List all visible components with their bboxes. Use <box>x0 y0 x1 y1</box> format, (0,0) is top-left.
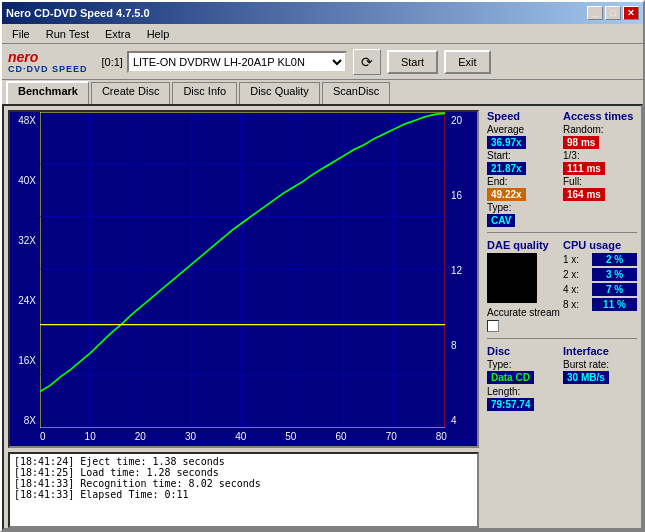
log-line-3: [18:41:33] Recognition time: 8.02 second… <box>14 478 473 489</box>
nero-brand-top: nero <box>8 50 88 64</box>
accurate-stream-label: Accurate stream <box>487 307 560 318</box>
x-label-80: 80 <box>436 431 447 442</box>
start-row: Start: <box>487 150 561 161</box>
menu-help[interactable]: Help <box>141 26 176 42</box>
speed-access-row: Speed Average 36.97x Start: 21.87x End: <box>487 110 637 226</box>
x-label-20: 20 <box>135 431 146 442</box>
x-label-30: 30 <box>185 431 196 442</box>
y-label-r-12: 12 <box>451 266 462 276</box>
end-row: End: <box>487 176 561 187</box>
disc-section: Disc Type: Data CD Length: 79:57.74 <box>487 345 561 410</box>
disc-interface-row: Disc Type: Data CD Length: 79:57.74 <box>487 345 637 410</box>
y-label-r-20: 20 <box>451 116 462 126</box>
cpu-4x-value: 7 % <box>592 283 637 296</box>
dae-cpu-row: DAE quality Accurate stream CPU usage 1 … <box>487 239 637 332</box>
speed-title: Speed <box>487 110 561 122</box>
y-label-r-4: 4 <box>451 416 457 426</box>
access-times-title: Access times <box>563 110 637 122</box>
nero-brand-bottom: CD·DVD SPEED <box>8 64 88 74</box>
interface-section: Interface Burst rate: 30 MB/s <box>563 345 637 410</box>
log-line-1: [18:41:24] Eject time: 1.38 seconds <box>14 456 473 467</box>
y-axis-left: 48X 40X 32X 24X 16X 8X <box>10 116 40 426</box>
y-label-24x: 24X <box>18 296 36 306</box>
minimize-button[interactable]: _ <box>587 6 603 20</box>
title-bar-buttons: _ □ ✕ <box>587 6 639 20</box>
x-label-10: 10 <box>85 431 96 442</box>
average-value: 36.97x <box>487 136 526 149</box>
tabs-bar: Benchmark Create Disc Disc Info Disc Qua… <box>2 80 643 104</box>
y-label-r-8: 8 <box>451 341 457 351</box>
full-label: Full: <box>563 176 582 187</box>
start-label: Start: <box>487 150 511 161</box>
log-area[interactable]: [18:41:24] Eject time: 1.38 seconds [18:… <box>8 452 479 528</box>
exit-button[interactable]: Exit <box>444 50 490 74</box>
disc-title: Disc <box>487 345 561 357</box>
cpu-2x-value: 3 % <box>592 268 637 281</box>
x-label-70: 70 <box>386 431 397 442</box>
y-label-32x: 32X <box>18 236 36 246</box>
menubar: File Run Test Extra Help <box>2 24 643 44</box>
cpu-1x-label: 1 x: <box>563 254 579 265</box>
dae-title: DAE quality <box>487 239 561 251</box>
one-third-value: 111 ms <box>563 162 605 175</box>
close-button[interactable]: ✕ <box>623 6 639 20</box>
burst-rate-label: Burst rate: <box>563 359 609 370</box>
tab-scan-disc[interactable]: ScanDisc <box>322 82 390 104</box>
random-row: Random: <box>563 124 637 135</box>
log-line-4: [18:41:33] Elapsed Time: 0:11 <box>14 489 473 500</box>
menu-file[interactable]: File <box>6 26 36 42</box>
x-label-50: 50 <box>285 431 296 442</box>
one-third-label: 1/3: <box>563 150 580 161</box>
full-value: 164 ms <box>563 188 605 201</box>
disc-length-value: 79:57.74 <box>487 398 534 411</box>
cpu-title: CPU usage <box>563 239 637 251</box>
disc-type-label: Type: <box>487 359 511 370</box>
disc-type-value: Data CD <box>487 371 534 384</box>
y-label-40x: 40X <box>18 176 36 186</box>
main-content: 48X 40X 32X 24X 16X 8X 20 16 12 8 4 <box>2 104 643 530</box>
end-label: End: <box>487 176 508 187</box>
cpu-1x-row: 1 x: 2 % <box>563 253 637 266</box>
full-row: Full: <box>563 176 637 187</box>
tab-disc-quality[interactable]: Disc Quality <box>239 82 320 104</box>
one-third-row: 1/3: <box>563 150 637 161</box>
cpu-2x-row: 2 x: 3 % <box>563 268 637 281</box>
start-button[interactable]: Start <box>387 50 438 74</box>
toolbar: nero CD·DVD SPEED [0:1] LITE-ON DVDRW LH… <box>2 44 643 80</box>
cpu-8x-label: 8 x: <box>563 299 579 310</box>
burst-rate-row: Burst rate: <box>563 359 637 370</box>
refresh-icon-button[interactable]: ⟳ <box>353 49 381 75</box>
cpu-1x-value: 2 % <box>592 253 637 266</box>
cpu-4x-row: 4 x: 7 % <box>563 283 637 296</box>
y-axis-right: 20 16 12 8 4 <box>447 116 477 426</box>
dae-bar-indicator <box>487 253 537 303</box>
tab-disc-info[interactable]: Disc Info <box>172 82 237 104</box>
title-bar: Nero CD-DVD Speed 4.7.5.0 _ □ ✕ <box>2 2 643 24</box>
main-window: Nero CD-DVD Speed 4.7.5.0 _ □ ✕ File Run… <box>0 0 645 532</box>
y-label-48x: 48X <box>18 116 36 126</box>
end-value: 49.22x <box>487 188 526 201</box>
menu-extra[interactable]: Extra <box>99 26 137 42</box>
maximize-button[interactable]: □ <box>605 6 621 20</box>
average-label: Average <box>487 124 524 135</box>
x-label-0: 0 <box>40 431 46 442</box>
x-label-60: 60 <box>335 431 346 442</box>
type-row: Type: <box>487 202 561 213</box>
type-value: CAV <box>487 214 515 227</box>
speed-section: Speed Average 36.97x Start: 21.87x End: <box>487 110 561 226</box>
tab-create-disc[interactable]: Create Disc <box>91 82 170 104</box>
tab-benchmark[interactable]: Benchmark <box>6 81 89 104</box>
random-label: Random: <box>563 124 604 135</box>
cpu-2x-label: 2 x: <box>563 269 579 280</box>
disc-length-label: Length: <box>487 386 520 397</box>
accurate-stream-row: Accurate stream <box>487 307 561 318</box>
cpu-8x-value: 11 % <box>592 298 637 311</box>
y-label-r-16: 16 <box>451 191 462 201</box>
window-title: Nero CD-DVD Speed 4.7.5.0 <box>6 7 150 19</box>
drive-dropdown[interactable]: LITE-ON DVDRW LH-20A1P KL0N <box>127 51 347 73</box>
cpu-usage-section: CPU usage 1 x: 2 % 2 x: 3 % 4 x: 7 % 8 <box>563 239 637 332</box>
chart-container: 48X 40X 32X 24X 16X 8X 20 16 12 8 4 <box>8 110 479 448</box>
menu-run-test[interactable]: Run Test <box>40 26 95 42</box>
side-panel: Speed Average 36.97x Start: 21.87x End: <box>483 106 641 528</box>
accurate-stream-checkbox[interactable] <box>487 320 499 332</box>
